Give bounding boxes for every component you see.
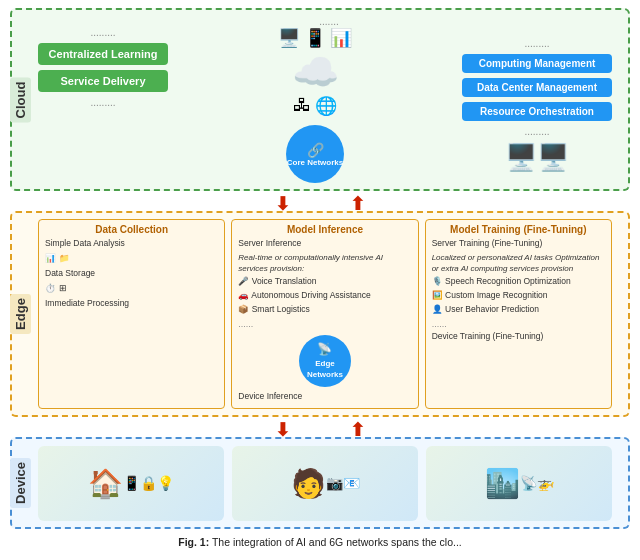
wireless-icon: 📡🚁 (520, 475, 554, 491)
person-icon: 🧑 (291, 467, 326, 500)
edge-label: Edge (10, 294, 31, 334)
computing-management-box: Computing Management (462, 54, 612, 73)
edge-inner: Data Collection Simple Data Analysis 📊 📁… (38, 219, 612, 409)
speech-icon: 🎙️ (432, 276, 445, 286)
model-training-content: Server Training (Fine-Tuning) Localized … (432, 238, 605, 342)
cloud-center-section: 🖥️ 📱 📊 ☁️ 🖧 🌐 🔗 Core (174, 27, 456, 183)
data-collection-content: Simple Data Analysis 📊 📁 Data Storage ⏱️… (45, 238, 218, 309)
main-container: Cloud ....... ......... Centralized Lear… (0, 0, 640, 554)
model-inference-title: Model Inference (238, 224, 411, 235)
cloud-to-edge-arrow: ⬇ ⬆ (10, 197, 630, 211)
cloud-dots-left2: ......... (38, 97, 168, 108)
home-icon: 🏠 (88, 467, 123, 500)
cloud-dots-top: ....... (38, 16, 620, 27)
core-networks-area: 🔗 Core Networks (286, 125, 344, 183)
cloud-dots-left: ......... (38, 27, 168, 38)
cloud-layer: Cloud ....... ......... Centralized Lear… (10, 8, 630, 191)
server-rack-icon: 🖥️🖥️ (462, 142, 612, 173)
device-layer: Device 🏠 📱🔒💡 🧑 📷📧 🏙️ 📡🚁 (10, 437, 630, 529)
smart-logistics: 📦 Smart Logistics (238, 304, 411, 316)
resource-orchestration-box: Resource Orchestration (462, 102, 612, 121)
device-inner: 🏠 📱🔒💡 🧑 📷📧 🏙️ 📡🚁 (38, 443, 612, 523)
city-icon: 🏙️ (485, 467, 520, 500)
devices-icon: 📷📧 (326, 475, 360, 491)
model-training-title: Model Training (Fine-Tuning) (432, 224, 605, 235)
files-icon: 📁 (59, 253, 70, 265)
cloud-dots-right2: ......... (462, 126, 612, 137)
cloud-label: Cloud (10, 77, 31, 122)
device-training: Device Training (Fine-Tuning) (432, 331, 605, 343)
server-training: Server Training (Fine-Tuning) (432, 238, 605, 250)
immediate-processing: Immediate Processing (45, 298, 218, 310)
caption-text: The integration of AI and 6G networks sp… (209, 536, 462, 548)
person-scene: 🧑 📷📧 (232, 446, 418, 521)
core-networks-badge: 🔗 Core Networks (286, 125, 344, 183)
voice-icon: 🎤 (238, 276, 251, 286)
model-inference-content: Server Inference Real-time or computatio… (238, 238, 411, 402)
data-storage: Data Storage (45, 268, 218, 280)
storage-icons: ⏱️ ⊞ (45, 283, 218, 295)
localized-text: Localized or personalized AI tasks Optim… (432, 252, 605, 274)
network-icon: 🌐 (315, 95, 337, 117)
autonomous-driving: 🚗 Autonomous Driving Assistance (238, 290, 411, 302)
city-scene: 🏙️ 📡🚁 (426, 446, 612, 521)
device-label: Device (10, 458, 31, 508)
user-behavior: 👤 User Behavior Prediction (432, 304, 605, 316)
iot-icon: 📱🔒💡 (123, 475, 174, 491)
edge-networks-badge: 📡 Edge Networks (299, 335, 351, 387)
speech-recognition: 🎙️ Speech Recognition Optimization (432, 276, 605, 288)
data-icons: 📊 📁 (45, 253, 218, 265)
behavior-icon: 👤 (432, 304, 445, 314)
model-training-section: Model Training (Fine-Tuning) Server Trai… (425, 219, 612, 409)
cloud-left-section: ......... Centralized Learning Service D… (38, 27, 168, 183)
cloud-dots-right: ......... (462, 38, 612, 49)
custom-image: 🖼️ Custom Image Recognition (432, 290, 605, 302)
tablet-icon: 📱 (304, 27, 326, 49)
realtime-text: Real-time or computationally intensive A… (238, 252, 411, 274)
figure-caption: Fig. 1: The integration of AI and 6G net… (10, 535, 630, 550)
centralized-learning-box: Centralized Learning (38, 43, 168, 65)
voice-translation: 🎤 Voice Translation (238, 276, 411, 288)
server-icon: 🖧 (293, 95, 311, 117)
model-inference-section: Model Inference Server Inference Real-ti… (231, 219, 418, 409)
training-dots: ...... (432, 318, 605, 331)
edge-layer: Edge Data Collection Simple Data Analysi… (10, 211, 630, 417)
chart-bar-icon: 📊 (45, 253, 56, 265)
data-collection-section: Data Collection Simple Data Analysis 📊 📁… (38, 219, 225, 409)
smart-home-scene: 🏠 📱🔒💡 (38, 446, 224, 521)
cloud-service-icons: 🖥️ 📱 📊 (278, 27, 352, 49)
cloud-inner: ......... Centralized Learning Service D… (38, 27, 612, 183)
device-inference: Device Inference (238, 391, 411, 403)
image-icon: 🖼️ (432, 290, 445, 300)
chart-icon: 📊 (330, 27, 352, 49)
edge-inference-dots: ...... (238, 318, 411, 331)
computer-icon: 🖥️ (278, 27, 300, 49)
caption-bold: Fig. 1: (178, 536, 209, 548)
cloud-right-section: ......... Computing Management Data Cent… (462, 27, 612, 183)
cloud-upload-icons: 🖧 🌐 (293, 95, 337, 117)
server-inference: Server Inference (238, 238, 411, 250)
car-icon: 🚗 (238, 290, 251, 300)
cloud-symbol: ☁️ (292, 53, 339, 91)
simple-data-analysis: Simple Data Analysis (45, 238, 218, 250)
service-delivery-box: Service Delivery (38, 70, 168, 92)
edge-to-device-arrow: ⬇ ⬆ (10, 423, 630, 437)
edge-networks-label: Edge Networks (299, 358, 351, 380)
grid-icon: ⊞ (59, 283, 67, 295)
logistics-icon: 📦 (238, 304, 251, 314)
data-center-management-box: Data Center Management (462, 78, 612, 97)
core-networks-label: Core Networks (287, 158, 343, 167)
clock-icon: ⏱️ (45, 283, 56, 295)
edge-networks-area: 📡 Edge Networks (238, 335, 411, 387)
data-collection-title: Data Collection (45, 224, 218, 235)
